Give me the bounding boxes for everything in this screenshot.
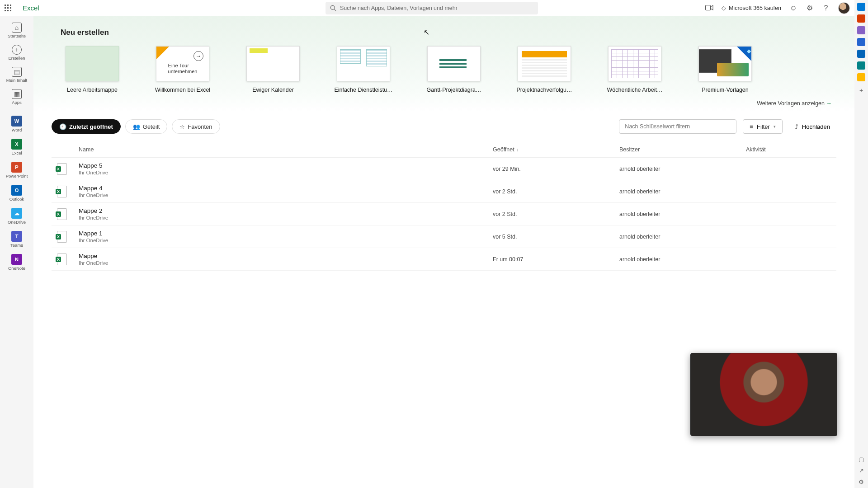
feedback-icon[interactable]: ☺ [789,4,797,12]
tab-recent[interactable]: 🕘Zuletzt geöffnet [52,119,121,134]
file-owner: arnold oberleiter [619,256,746,263]
template-blank[interactable]: Leere Arbeitsmappe [61,46,124,93]
table-row[interactable]: Mappe 4Ihr OneDrive vor 2 Std. arnold ob… [52,180,836,203]
nav-excel[interactable]: XExcel [3,136,30,157]
svg-line-10 [334,9,336,11]
file-location: Ihr OneDrive [79,215,493,221]
settings-icon[interactable]: ⚙ [806,4,814,12]
file-owner: arnold oberleiter [619,234,746,240]
file-owner: arnold oberleiter [619,166,746,172]
template-calendar[interactable]: Ewiger Kalender [241,46,305,93]
col-owner[interactable]: Besitzer [619,146,746,153]
nav-create[interactable]: +Erstellen [3,42,30,62]
template-thumb [337,46,390,81]
template-weekly[interactable]: Wöchentliche Arbeit… [603,46,666,93]
template-invoice[interactable]: Einfache Dienstleistu… [332,46,395,93]
rail-panel-icon[interactable]: ▢ [859,456,864,463]
col-opened[interactable]: Geöffnet↓ [493,146,619,153]
nav-teams-label: Teams [10,243,23,248]
template-label: Einfache Dienstleistu… [332,87,395,93]
files-table: Name Geöffnet↓ Besitzer Aktivität Mappe … [52,142,836,271]
upload-button[interactable]: ⤴Hochladen [789,119,836,134]
template-gantt[interactable]: Gantt-Projektdiagra… [422,46,486,93]
rail-add-icon[interactable]: + [859,87,863,94]
table-row[interactable]: Mappe 1Ihr OneDrive vor 5 Std. arnold ob… [52,225,836,248]
header-right: ◇ Microsoft 365 kaufen ☺ ⚙ ? [705,0,850,16]
tab-favorites-label: Favoriten [188,123,212,130]
table-row[interactable]: Mappe 5Ihr OneDrive vor 29 Min. arnold o… [52,158,836,180]
nav-home-label: Startseite [8,33,26,38]
nav-outlook[interactable]: OOutlook [3,182,30,203]
table-row[interactable]: Mappe 2Ihr OneDrive vor 2 Std. arnold ob… [52,203,836,225]
right-rail: + ▢ ↗ ⚙ [854,0,868,488]
filter-button[interactable]: ≡Filter▾ [743,119,782,134]
home-icon: ⌂ [12,23,22,33]
file-owner: arnold oberleiter [619,188,746,195]
template-thumb [246,46,300,81]
table-row[interactable]: MappeIhr OneDrive Fr um 00:07 arnold obe… [52,248,836,271]
rail-app-icon[interactable] [857,26,865,34]
nav-apps[interactable]: ▦Apps [3,86,30,107]
template-tracker[interactable]: Projektnachverfolgu… [513,46,576,93]
nav-onedrive[interactable]: ☁OneDrive [3,205,30,226]
nav-onenote[interactable]: NOneNote [3,251,30,272]
keyword-filter-input[interactable] [619,119,736,134]
meet-now-icon[interactable] [705,4,713,12]
file-location: Ihr OneDrive [79,170,493,175]
template-label: Willkommen bei Excel [151,87,214,93]
file-opened: vor 5 Std. [493,234,619,240]
files-section: 🕘Zuletzt geöffnet 👥Geteilt ☆Favoriten ≡F… [33,111,854,271]
file-name: Mappe 2 [79,207,493,214]
webcam-overlay [690,353,837,436]
file-opened: vor 2 Std. [493,188,619,195]
tab-favorites[interactable]: ☆Favoriten [172,119,220,134]
svg-rect-3 [5,7,6,9]
file-location: Ihr OneDrive [79,192,493,198]
more-templates-link[interactable]: Weitere Vorlagen anzeigen [61,100,836,107]
excel-file-icon [57,186,67,197]
onedrive-icon: ☁ [11,208,22,219]
nav-teams[interactable]: TTeams [3,228,30,249]
excel-file-icon [57,208,67,220]
plus-icon: + [12,45,22,55]
outlook-icon: O [11,185,22,196]
template-row: Leere Arbeitsmappe → Eine Tourunternehme… [61,46,836,93]
account-avatar[interactable] [838,2,850,14]
nav-word[interactable]: WWord [3,113,30,134]
rail-settings-icon[interactable]: ⚙ [859,479,864,485]
col-name[interactable]: Name [79,146,493,153]
template-thumb: → Eine Tourunternehmen [156,46,209,81]
file-name: Mappe 4 [79,185,493,192]
buy-m365-button[interactable]: ◇ Microsoft 365 kaufen [722,5,781,11]
search-box[interactable]: Suche nach Apps, Dateien, Vorlagen und m… [326,2,538,14]
col-activity[interactable]: Aktivität [746,146,836,153]
template-label: Ewiger Kalender [241,87,305,93]
template-welcome[interactable]: → Eine Tourunternehmen Willkommen bei Ex… [151,46,214,93]
nav-powerpoint[interactable]: PPowerPoint [3,159,30,180]
folder-icon: ▤ [12,67,22,77]
nav-my-content[interactable]: ▤Mein Inhalt [3,64,30,84]
svg-rect-0 [5,5,6,6]
tab-shared[interactable]: 👥Geteilt [125,119,168,134]
template-label: Gantt-Projektdiagra… [422,87,486,93]
rail-app-icon[interactable] [857,61,865,70]
rail-search-icon[interactable] [857,3,865,11]
file-name: Mappe [79,253,493,259]
rail-app-icon[interactable] [857,38,865,46]
template-premium[interactable]: Premium-Vorlagen [693,46,757,93]
hero-title: Neu erstellen [61,28,836,37]
nav-apps-label: Apps [12,100,22,105]
nav-home[interactable]: ⌂Startseite [3,20,30,40]
app-launcher-icon[interactable] [0,0,16,16]
col-opened-label: Geöffnet [493,146,514,153]
rail-app-icon[interactable] [857,73,865,81]
rail-app-icon[interactable] [857,14,865,23]
hero-section: Neu erstellen Leere Arbeitsmappe → Eine … [33,16,854,111]
help-icon[interactable]: ? [822,4,830,12]
rail-app-icon[interactable] [857,50,865,58]
svg-point-9 [330,5,335,9]
rail-open-icon[interactable]: ↗ [859,467,864,474]
tour-line2: unternehmen [168,69,198,74]
word-icon: W [11,116,22,127]
file-opened: Fr um 00:07 [493,256,619,263]
